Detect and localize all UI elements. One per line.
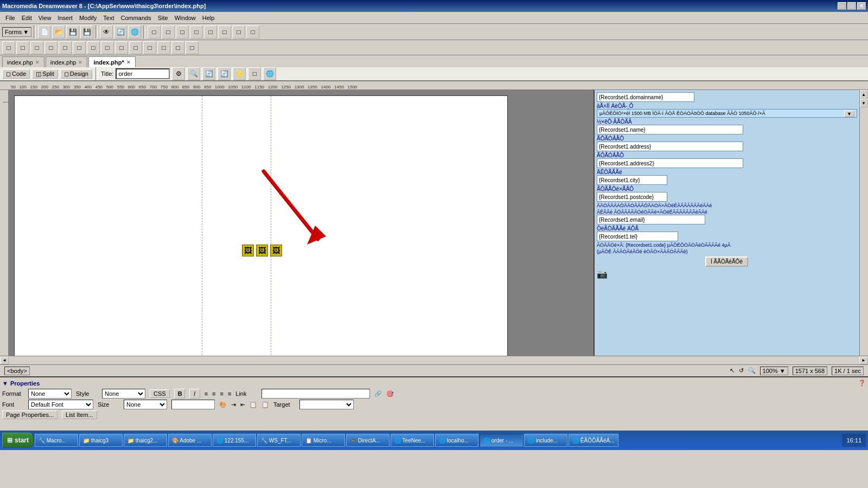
menu-edit[interactable]: Edit <box>18 14 35 22</box>
db-info-btn[interactable]: ▼ <box>844 111 854 117</box>
taskbar-ws[interactable]: 🔧 WS_FT... <box>257 434 301 447</box>
doc-toolbar-btn-5[interactable]: ⭐ <box>233 67 246 80</box>
insert-btn-4[interactable]: □ <box>44 41 58 54</box>
tab-3-close-icon[interactable]: ✕ <box>126 60 131 65</box>
status-zoom[interactable]: 100% ▼ <box>760 367 788 375</box>
doc-toolbar-btn-3[interactable]: 🔄 <box>202 67 215 80</box>
toolbar-save-btn[interactable]: 💾 <box>66 25 79 38</box>
insert-btn-6[interactable]: □ <box>73 41 86 54</box>
tab-1-close-icon[interactable]: ✕ <box>35 60 40 65</box>
bold-button[interactable]: B <box>174 389 185 399</box>
toolbar-btn-b[interactable]: □ <box>162 25 175 38</box>
insert-btn-13[interactable]: □ <box>171 41 184 54</box>
css-button[interactable]: CSS <box>150 389 170 398</box>
insert-btn-3[interactable]: □ <box>30 41 43 54</box>
toolbar-preview-btn[interactable]: 👁 <box>100 25 113 38</box>
toolbar-btn-h[interactable]: □ <box>246 25 259 38</box>
prop-title-toggle-icon[interactable]: ▼ <box>2 380 8 387</box>
toolbar-refresh-btn[interactable]: 🔄 <box>114 25 127 38</box>
field-postcode-input[interactable] <box>597 192 667 202</box>
menu-file[interactable]: File <box>2 14 18 22</box>
tab-3[interactable]: index.php* ✕ <box>88 56 135 67</box>
page-props-button[interactable]: Page Properties... <box>2 410 58 419</box>
taskbar-thaicg3[interactable]: 📁 thaicg3 <box>79 434 123 447</box>
insert-btn-14[interactable]: □ <box>186 41 199 54</box>
menu-site[interactable]: Site <box>155 14 171 22</box>
field-address-input[interactable] <box>597 142 743 151</box>
close-button[interactable]: ✕ <box>857 2 866 10</box>
tab-1[interactable]: index.php ✕ <box>2 56 44 67</box>
prop-style-select[interactable]: None <box>102 389 145 399</box>
taskbar-macro[interactable]: 🔧 Macro... <box>35 434 78 447</box>
prop-size-select[interactable]: None <box>124 400 167 409</box>
align-justify-icon[interactable]: ≡ <box>228 390 231 397</box>
design-button[interactable]: ◻ Design <box>60 69 92 79</box>
taskbar-include[interactable]: 🌐 include... <box>524 434 567 447</box>
taskbar-order[interactable]: 🌐 order - ... <box>480 434 523 447</box>
menu-text[interactable]: Text <box>100 14 117 22</box>
tab-2[interactable]: index.php ✕ <box>46 56 88 67</box>
prop-font-select[interactable]: Default Font <box>28 400 93 409</box>
prop-link-input[interactable] <box>261 389 370 399</box>
toolbar-new-btn[interactable]: 📄 <box>38 25 51 38</box>
insert-btn-9[interactable]: □ <box>115 41 128 54</box>
insert-btn-8[interactable]: □ <box>101 41 114 54</box>
prop-size-input[interactable] <box>171 400 215 409</box>
title-input[interactable] <box>116 68 170 79</box>
field-address2-input[interactable] <box>597 158 743 168</box>
minimize-button[interactable]: ─ <box>838 2 846 10</box>
toolbar-btn-g[interactable]: □ <box>232 25 245 38</box>
menu-help[interactable]: Help <box>199 14 218 22</box>
prop-help-icon[interactable]: ❓ <box>858 380 866 387</box>
list-ol-icon[interactable]: 📋 <box>250 401 257 408</box>
doc-toolbar-btn-6[interactable]: □ <box>248 67 261 80</box>
scroll-right-btn[interactable]: ► <box>859 357 868 364</box>
insert-btn-12[interactable]: □ <box>157 41 170 54</box>
align-center-icon[interactable]: ≡ <box>212 390 215 397</box>
insert-btn-1[interactable]: □ <box>2 41 15 54</box>
menu-modify[interactable]: Modify <box>76 14 100 22</box>
taskbar-localho[interactable]: 🌐 localho... <box>435 434 478 447</box>
toolbar-btn-e[interactable]: □ <box>204 25 217 38</box>
field-city-input[interactable] <box>597 175 667 185</box>
scroll-up-btn[interactable]: ▲ <box>860 90 867 99</box>
taskbar-directa[interactable]: 🎮 DirectA... <box>346 434 390 447</box>
menu-insert[interactable]: Insert <box>54 14 76 22</box>
prop-color-icon[interactable]: 🎨 <box>219 401 227 408</box>
field-name-input[interactable] <box>597 125 743 134</box>
field-email-input[interactable] <box>597 215 705 224</box>
toolbar-btn-f[interactable]: □ <box>218 25 231 38</box>
h-scrollbar[interactable]: ◄ ► <box>0 356 868 364</box>
align-right-icon[interactable]: ≡ <box>220 390 223 397</box>
status-tag[interactable]: <body> <box>4 367 30 375</box>
doc-toolbar-btn-4[interactable]: 🔄 <box>218 67 231 80</box>
align-left-icon[interactable]: ≡ <box>205 390 208 397</box>
submit-button[interactable]: Í ÃÃÒÃéÃÔé <box>705 256 748 267</box>
taskbar-thai-last[interactable]: 🌐 ÊÃÔÔÃÃéÁ... <box>569 434 618 447</box>
field-tel-input[interactable] <box>597 232 678 241</box>
list-indent-icon[interactable]: ⇥ <box>231 401 236 408</box>
insert-btn-10[interactable]: □ <box>129 41 142 54</box>
list-outdent-icon[interactable]: ⇤ <box>240 401 245 408</box>
prop-link-target-icon[interactable]: 🎯 <box>386 390 394 397</box>
taskbar-adobe[interactable]: 🎨 Adobe ... <box>168 434 212 447</box>
toolbar-save-all-btn[interactable]: 💾 <box>80 25 93 38</box>
prop-target-select[interactable] <box>299 400 354 409</box>
scroll-down-btn[interactable]: ▼ <box>860 99 867 107</box>
doc-toolbar-btn-1[interactable]: ⚙ <box>172 67 185 80</box>
forms-dropdown[interactable]: Forms ▼ <box>2 27 31 37</box>
toolbar-open-btn[interactable]: 📂 <box>52 25 65 38</box>
insert-btn-11[interactable]: □ <box>143 41 156 54</box>
menu-view[interactable]: View <box>35 14 55 22</box>
tab-2-close-icon[interactable]: ✕ <box>78 60 82 65</box>
taskbar-thaicg2[interactable]: 📁 thaicg2... <box>124 434 167 447</box>
toolbar-btn-a[interactable]: □ <box>148 25 161 38</box>
insert-btn-7[interactable]: □ <box>87 41 100 54</box>
menu-commands[interactable]: Commands <box>117 14 154 22</box>
list-item-button[interactable]: List Item... <box>62 410 97 419</box>
canvas-area[interactable]: 🖼 🖼 🖼 <box>9 90 593 356</box>
list-ul-icon[interactable]: 📋 <box>261 401 269 408</box>
taskbar-teenee[interactable]: 🌐 TeeNee... <box>391 434 434 447</box>
field-domainname-input[interactable] <box>597 92 694 102</box>
split-button[interactable]: ◫ Split <box>32 69 58 79</box>
